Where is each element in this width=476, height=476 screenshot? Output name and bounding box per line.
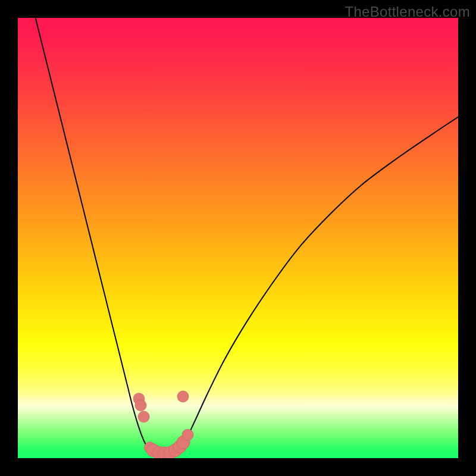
watermark-text: TheBottleneck.com <box>345 4 470 20</box>
chart-frame: TheBottleneck.com <box>0 0 476 476</box>
gradient-background <box>18 18 458 458</box>
plot-area <box>18 18 458 458</box>
